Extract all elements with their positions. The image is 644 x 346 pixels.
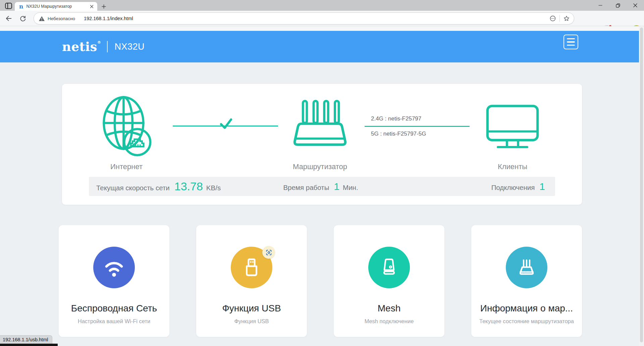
url-text[interactable]: 192.168.1.1/index.html bbox=[84, 16, 548, 21]
speed-value: 13.78 bbox=[174, 180, 203, 193]
brand-divider bbox=[107, 41, 108, 52]
back-button[interactable] bbox=[3, 13, 14, 24]
mesh-node-icon bbox=[368, 247, 410, 288]
site-header: netis® NX32U bbox=[0, 31, 639, 62]
ssid-divider-line bbox=[365, 126, 470, 127]
card-title: Функция USB bbox=[222, 303, 281, 314]
browser-tab[interactable]: n NX32U Маршрутизатор bbox=[15, 2, 97, 11]
netis-favicon: n bbox=[19, 4, 23, 9]
card-subtitle: Mesh подключение bbox=[365, 318, 414, 325]
restore-button[interactable] bbox=[609, 0, 627, 11]
uptime-stat: Время работы 1 Мин. bbox=[283, 181, 358, 192]
wifi-icon bbox=[93, 247, 135, 288]
link-target-tooltip: 192.168.1.1/usb.html bbox=[0, 335, 52, 344]
speed-stat: Текущая скорость сети 13.78 KB/s bbox=[96, 180, 283, 193]
tab-title: NX32U Маршрутизатор bbox=[26, 4, 89, 9]
clients-node: Клиенты bbox=[472, 94, 553, 171]
clients-label: Клиенты bbox=[472, 162, 553, 171]
visual-search-badge-icon[interactable] bbox=[262, 246, 275, 259]
card-subtitle: Настройка вашей Wi-Fi сети bbox=[78, 318, 151, 325]
page-scrollbar[interactable] bbox=[639, 26, 644, 346]
browser-titlebar: n NX32U Маршрутизатор bbox=[0, 0, 644, 11]
close-window-button[interactable] bbox=[627, 0, 644, 11]
card-usb[interactable]: Функция USB Функция USB bbox=[196, 225, 307, 337]
page-top-strip bbox=[0, 26, 639, 31]
ssid-block: 2.4G : netis-F25797 5G : netis-F25797-5G bbox=[365, 115, 470, 137]
internet-label: Интернет bbox=[86, 162, 167, 171]
netis-logo: netis® bbox=[62, 41, 101, 53]
router-label: Маршрутизатор bbox=[280, 162, 360, 171]
ssid-5g: 5G : netis-F25797-5G bbox=[365, 131, 470, 137]
hamburger-menu-icon[interactable] bbox=[564, 35, 578, 49]
feature-cards-row: Беспроводная Сеть Настройка вашей Wi-Fi … bbox=[59, 225, 582, 337]
card-mesh[interactable]: Mesh Mesh подключение bbox=[334, 225, 444, 337]
router-icon bbox=[506, 247, 547, 288]
reload-button[interactable] bbox=[17, 13, 28, 24]
network-status-card: Интернет Маршрутизатор 2.4G : netis-F257… bbox=[62, 84, 582, 205]
tab-close-icon[interactable] bbox=[89, 3, 95, 9]
connection-check-icon bbox=[220, 118, 232, 130]
card-title: Mesh bbox=[378, 303, 400, 314]
router-admin-page: netis® NX32U Интернет bbox=[0, 26, 644, 346]
security-label: Небезопасно bbox=[48, 16, 75, 21]
scrollbar-thumb[interactable] bbox=[640, 28, 643, 342]
card-title: Информация о мар... bbox=[480, 303, 573, 314]
site-security-chip[interactable]: Небезопасно bbox=[39, 16, 75, 21]
tab-actions-menu-icon[interactable] bbox=[3, 2, 13, 10]
stats-bar: Текущая скорость сети 13.78 KB/s Время р… bbox=[89, 177, 555, 196]
globe-ethernet-icon bbox=[86, 94, 167, 158]
warning-triangle-icon bbox=[39, 16, 45, 21]
connections-stat: Подключения 1 bbox=[491, 181, 545, 192]
window-controls bbox=[592, 0, 644, 11]
taskbar-sliver bbox=[0, 344, 58, 346]
minimize-button[interactable] bbox=[592, 0, 609, 11]
more-url-actions-icon[interactable] bbox=[548, 14, 557, 23]
router-4-antenna-icon bbox=[280, 94, 360, 158]
ssid-2g: 2.4G : netis-F25797 bbox=[365, 115, 470, 122]
favorite-star-icon[interactable] bbox=[562, 14, 571, 23]
card-subtitle: Функция USB bbox=[234, 318, 269, 325]
card-router-info[interactable]: Информация о мар... Текущее состояние ма… bbox=[471, 225, 582, 337]
card-title: Беспроводная Сеть bbox=[71, 303, 157, 314]
address-bar[interactable]: Небезопасно 192.168.1.1/index.html bbox=[34, 12, 574, 24]
card-wireless[interactable]: Беспроводная Сеть Настройка вашей Wi-Fi … bbox=[59, 225, 169, 337]
monitor-icon bbox=[472, 94, 553, 158]
uptime-value: 1 bbox=[334, 181, 339, 192]
card-subtitle: Текущее состояние маршрутизатора bbox=[479, 318, 574, 325]
browser-toolbar: Небезопасно 192.168.1.1/index.html bbox=[0, 11, 644, 26]
model-name: NX32U bbox=[114, 42, 145, 52]
router-node: Маршрутизатор bbox=[280, 94, 360, 171]
connections-value: 1 bbox=[539, 181, 545, 192]
pill-divider bbox=[559, 15, 560, 22]
internet-node: Интернет bbox=[86, 94, 167, 171]
new-tab-button[interactable] bbox=[100, 2, 108, 10]
